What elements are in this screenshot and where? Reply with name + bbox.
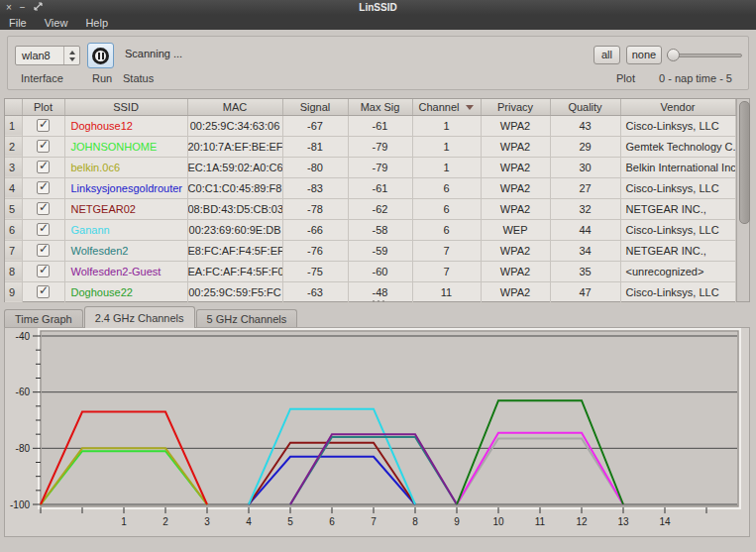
x-tick-label: 2: [162, 516, 168, 527]
tab-2-4-ghz-channels[interactable]: 2.4 GHz Channels: [84, 306, 195, 328]
nap-time-slider[interactable]: [667, 54, 742, 57]
column-header-signal[interactable]: Signal: [282, 99, 348, 115]
cell-max-sig: -48: [348, 281, 412, 302]
x-tick-label: 7: [371, 516, 377, 527]
column-header-channel[interactable]: Channel: [412, 99, 481, 115]
maximize-icon[interactable]: [34, 2, 43, 13]
plot-checkbox[interactable]: ✓: [37, 223, 50, 236]
plot-all-button[interactable]: all: [594, 46, 620, 64]
x-tick-label: 9: [454, 516, 460, 527]
checkmark-icon: ✓: [39, 221, 49, 235]
plot-checkbox[interactable]: ✓: [37, 140, 50, 153]
table-row[interactable]: 4✓LinksysjonesgoldrouterC0:C1:C0:45:89:F…: [5, 177, 735, 198]
table-row[interactable]: 2✓JOHNSONHOME20:10:7A:EF:BE:EF-81-791WPA…: [5, 136, 735, 157]
row-number: 1: [5, 115, 22, 136]
cell-ssid: Linksysjonesgoldrouter: [64, 177, 187, 198]
tab-time-graph[interactable]: Time Graph: [4, 309, 83, 328]
plot-checkbox[interactable]: ✓: [37, 202, 50, 215]
x-tick-label: 11: [535, 516, 546, 527]
spin-up-icon[interactable]: [69, 51, 75, 55]
plot-checkbox[interactable]: ✓: [37, 285, 50, 298]
interface-spinbox[interactable]: wlan8: [15, 46, 80, 65]
plot-none-button[interactable]: none: [626, 46, 662, 64]
cell-signal: -63: [282, 281, 348, 302]
cell-privacy: WPA2: [481, 261, 550, 281]
tab-5-ghz-channels[interactable]: 5 GHz Channels: [196, 309, 298, 328]
cell-mac: EC:1A:59:02:A0:C6: [187, 157, 282, 177]
header-row: PlotSSIDMACSignalMax SigChannelPrivacyQu…: [5, 99, 735, 115]
column-header-max-sig[interactable]: Max Sig: [348, 99, 412, 115]
cell-max-sig: -79: [348, 136, 412, 157]
interface-value: wlan8: [22, 50, 51, 61]
nap-slider-handle[interactable]: [667, 49, 680, 61]
cell-quality: 44: [550, 219, 620, 240]
titlebar: × − LinSSID: [0, 0, 756, 15]
cell-channel: 6: [412, 177, 481, 198]
cell-mac: 00:25:9C:59:F5:FC: [187, 281, 282, 302]
cell-quality: 30: [550, 157, 620, 177]
column-header-plot[interactable]: Plot: [22, 99, 64, 115]
cell-max-sig: -79: [348, 157, 412, 177]
cell-vendor: NETGEAR INC.,: [620, 198, 735, 219]
checkmark-icon: ✓: [39, 242, 49, 256]
table-row[interactable]: 5✓NETGEAR0208:BD:43:D5:CB:03-78-626WPA23…: [5, 198, 735, 219]
scrollbar-thumb[interactable]: [739, 101, 750, 224]
run-label: Run: [92, 72, 112, 84]
column-header-mac[interactable]: MAC: [187, 99, 282, 115]
run-button[interactable]: [87, 43, 114, 68]
cell-privacy: WPA2: [481, 198, 550, 219]
plot-checkbox[interactable]: ✓: [37, 119, 50, 132]
x-tick-label: 14: [659, 516, 671, 527]
spin-down-icon[interactable]: [69, 57, 75, 61]
cell-mac: 08:BD:43:D5:CB:03: [187, 198, 282, 219]
table-row[interactable]: 6✓Ganann00:23:69:60:9E:DB-66-586WEP44Cis…: [5, 219, 735, 240]
plot-cell: ✓: [22, 240, 64, 261]
minimize-icon[interactable]: −: [20, 3, 26, 13]
column-header-vendor[interactable]: Vendor: [620, 99, 735, 115]
cell-ssid: Doghouse12: [64, 115, 187, 136]
menu-item-help[interactable]: Help: [76, 16, 117, 30]
cell-mac: E8:FC:AF:F4:5F:EF: [187, 240, 282, 261]
splitter-handle[interactable]: [369, 300, 388, 304]
close-icon[interactable]: ×: [6, 3, 12, 13]
table-row[interactable]: 8✓Wolfesden2-GuestEA:FC:AF:F4:5F:F0-75-6…: [5, 261, 735, 281]
row-number: 4: [5, 177, 22, 198]
x-tick-label: 3: [204, 516, 210, 527]
column-header-ssid[interactable]: SSID: [64, 99, 187, 115]
network-table: PlotSSIDMACSignalMax SigChannelPrivacyQu…: [4, 98, 750, 302]
cell-channel: 6: [412, 219, 481, 240]
cell-ssid: Ganann: [64, 219, 187, 240]
column-header-quality[interactable]: Quality: [550, 99, 620, 115]
table-scrollbar[interactable]: [736, 99, 750, 301]
cell-mac: C0:C1:C0:45:89:F8: [187, 177, 282, 198]
plot-checkbox[interactable]: ✓: [37, 265, 50, 277]
menu-item-file[interactable]: File: [0, 16, 36, 30]
plot-checkbox[interactable]: ✓: [37, 181, 50, 194]
column-header-privacy[interactable]: Privacy: [481, 99, 550, 115]
cell-max-sig: -62: [348, 198, 412, 219]
cell-privacy: WPA2: [481, 136, 550, 157]
cell-mac: 00:23:69:60:9E:DB: [187, 219, 282, 240]
table-row[interactable]: 3✓belkin.0c6EC:1A:59:02:A0:C6-80-791WPA2…: [5, 157, 735, 177]
plot-cell: ✓: [22, 198, 64, 219]
cell-signal: -75: [282, 261, 348, 281]
table-row[interactable]: 9✓Doghouse2200:25:9C:59:F5:FC-63-4811WPA…: [5, 281, 735, 302]
cell-vendor: <unrecognized>: [620, 261, 735, 281]
table-row[interactable]: 1✓Doghouse1200:25:9C:34:63:06-67-611WPA2…: [5, 115, 735, 136]
spinbox-arrows[interactable]: [63, 47, 79, 64]
plot-checkbox[interactable]: ✓: [37, 244, 50, 257]
status-text: Scanning ...: [125, 48, 182, 59]
cell-ssid: JOHNSONHOME: [64, 136, 187, 157]
cell-vendor: Gemtek Technology C...: [620, 136, 735, 157]
plot-label: Plot: [616, 72, 635, 84]
menu-item-view[interactable]: View: [36, 16, 77, 30]
table-row[interactable]: 7✓Wolfesden2E8:FC:AF:F4:5F:EF-76-597WPA2…: [5, 240, 735, 261]
checkmark-icon: ✓: [39, 117, 49, 131]
cell-quality: 43: [550, 115, 620, 136]
plot-checkbox[interactable]: ✓: [37, 161, 50, 173]
cell-max-sig: -60: [348, 261, 412, 281]
pause-icon: [92, 48, 109, 64]
cell-vendor: Cisco-Linksys, LLC: [620, 115, 735, 136]
cell-channel: 6: [412, 198, 481, 219]
cell-quality: 34: [550, 240, 620, 261]
